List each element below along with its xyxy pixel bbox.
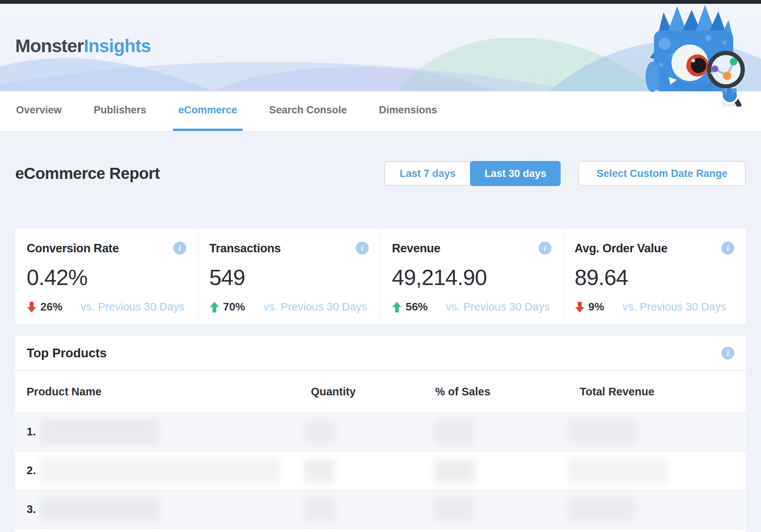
metric-label: Avg. Order Value [575, 242, 668, 255]
metric-value: 0.42% [27, 264, 186, 290]
redacted-total-revenue [568, 498, 635, 521]
metric-label: Revenue [392, 242, 440, 255]
info-icon[interactable]: i [539, 242, 552, 255]
arrow-down-icon [575, 302, 585, 312]
redacted-product-name [40, 420, 159, 444]
metric-compare-label: vs. Previous 30 Days [446, 301, 550, 313]
ecommerce-report-page: MonsterInsights [0, 0, 761, 532]
redacted-percent-of-sales [434, 459, 475, 483]
page-title: eCommerce Report [15, 164, 160, 183]
redacted-total-revenue [568, 420, 635, 444]
date-range-segmented-control: Last 7 days Last 30 days [384, 161, 561, 186]
metric-label: Transactions [209, 242, 281, 255]
column-header-total-revenue: Total Revenue [541, 385, 693, 398]
top-products-title: Top Products [27, 346, 107, 360]
redacted-quantity [304, 498, 335, 521]
table-row: 3. [15, 490, 746, 529]
metric-value: 549 [209, 264, 369, 290]
metric-delta: 26% [40, 301, 62, 313]
tab-publishers[interactable]: Publishers [88, 91, 152, 131]
metric-card-conversion-rate: Conversion Rate i 0.42% 26% vs. Previous… [15, 229, 198, 324]
report-main: eCommerce Report Last 7 days Last 30 day… [0, 131, 761, 532]
plugin-header: MonsterInsights [0, 4, 761, 91]
redacted-total-revenue [568, 459, 667, 483]
metric-delta: 56% [406, 301, 428, 313]
last-7-days-button[interactable]: Last 7 days [385, 162, 470, 185]
arrow-up-icon [392, 302, 402, 312]
tab-dimensions[interactable]: Dimensions [374, 91, 443, 131]
top-products-header: Top Products i [15, 336, 746, 371]
table-row: 2. [15, 451, 746, 490]
metric-compare-label: vs. Previous 30 Days [622, 301, 726, 313]
redacted-product-name [40, 498, 159, 521]
top-products-column-headers: Product Name Quantity % of Sales Total R… [15, 371, 746, 412]
table-row: 1. [15, 412, 746, 451]
arrow-up-icon [209, 302, 219, 312]
metric-delta: 9% [588, 301, 604, 313]
arrow-down-icon [27, 302, 37, 312]
admin-top-bar [0, 0, 761, 4]
tab-ecommerce[interactable]: eCommerce [173, 91, 243, 131]
top-products-panel: Top Products i Product Name Quantity % o… [15, 336, 746, 532]
column-header-product-name: Product Name [15, 385, 282, 398]
info-icon[interactable]: i [356, 242, 369, 255]
report-head-row: eCommerce Report Last 7 days Last 30 day… [15, 161, 746, 186]
info-icon[interactable]: i [173, 242, 186, 255]
metric-compare-label: vs. Previous 30 Days [264, 301, 367, 313]
date-range-controls: Last 7 days Last 30 days Select Custom D… [384, 161, 746, 186]
metric-card-avg-order-value: Avg. Order Value i 89.64 9% vs. Previous… [563, 229, 746, 324]
info-icon[interactable]: i [721, 242, 734, 255]
redacted-quantity [304, 420, 335, 444]
metric-card-revenue: Revenue i 49,214.90 56% vs. Previous 30 … [380, 229, 563, 324]
monsterinsights-logo: MonsterInsights [15, 35, 151, 56]
column-header-quantity: Quantity [282, 385, 385, 398]
select-custom-date-range-button[interactable]: Select Custom Date Range [578, 161, 746, 186]
metric-delta: 70% [223, 301, 245, 313]
metric-value: 89.64 [575, 264, 735, 290]
redacted-product-name [40, 459, 280, 483]
tab-search-console[interactable]: Search Console [264, 91, 352, 131]
metric-cards-row: Conversion Rate i 0.42% 26% vs. Previous… [15, 229, 746, 324]
column-header-percent-of-sales: % of Sales [385, 385, 541, 398]
redacted-percent-of-sales [434, 420, 475, 444]
report-tabbar: Overview Publishers eCommerce Search Con… [0, 91, 761, 131]
last-30-days-button[interactable]: Last 30 days [470, 161, 561, 186]
metric-card-transactions: Transactions i 549 70% vs. Previous 30 D… [198, 229, 381, 324]
redacted-quantity [304, 459, 335, 483]
metric-label: Conversion Rate [27, 242, 119, 255]
metric-value: 49,214.90 [392, 264, 552, 290]
tab-overview[interactable]: Overview [11, 91, 67, 131]
next-row-partial [15, 529, 746, 532]
logo-text-monster: Monster [15, 36, 84, 56]
info-icon[interactable]: i [721, 347, 734, 360]
logo-text-insights: Insights [84, 36, 151, 56]
redacted-percent-of-sales [434, 498, 475, 521]
metric-compare-label: vs. Previous 30 Days [81, 301, 184, 313]
